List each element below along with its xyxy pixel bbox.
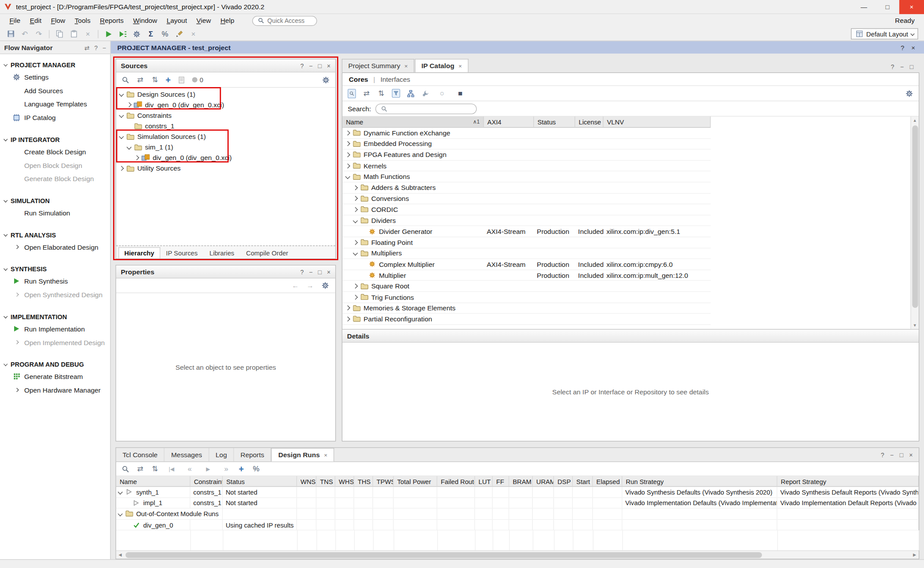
flownav-item-ip-catalog[interactable]: IP Catalog: [0, 111, 110, 124]
panel-close-icon[interactable]: ×: [327, 268, 330, 275]
sources-settings-gear-icon[interactable]: [322, 76, 330, 83]
flownav-item-open-synthesized-design[interactable]: Open Synthesized Design: [0, 288, 110, 302]
flow-section-header-rtl-analysis[interactable]: RTL ANALYSIS: [0, 229, 110, 240]
panel-help-icon[interactable]: ?: [300, 268, 304, 275]
chevron-right-icon[interactable]: [15, 292, 18, 296]
ip-catalog-row-math-functions[interactable]: Math Functions: [342, 171, 711, 182]
column-header-wns[interactable]: WNS: [297, 476, 316, 486]
ip-catalog-row-trig-functions[interactable]: Trig Functions: [342, 292, 711, 303]
ip-catalog-row-conversions[interactable]: Conversions: [342, 193, 711, 204]
panel-close-icon[interactable]: ×: [909, 451, 913, 459]
chevron-down-icon[interactable]: [353, 251, 358, 255]
flownav-item-generate-block-design[interactable]: Generate Block Design: [0, 172, 110, 186]
column-header-tpws[interactable]: TPWS: [373, 476, 394, 486]
chevron-right-icon[interactable]: [345, 152, 350, 157]
step-first-icon[interactable]: |◀: [165, 463, 177, 475]
column-header-elapsed[interactable]: Elapsed: [593, 476, 622, 486]
undo-icon[interactable]: ↶: [19, 28, 31, 40]
search-icon[interactable]: [348, 89, 356, 98]
quick-access-input[interactable]: [268, 17, 315, 24]
panel-float-icon[interactable]: □: [909, 63, 913, 70]
percent-icon[interactable]: %: [250, 463, 262, 475]
scrollbar-thumb[interactable]: [912, 125, 918, 308]
banner-help-icon[interactable]: ?: [901, 44, 904, 51]
chevron-down-icon[interactable]: [118, 489, 123, 494]
column-header-start[interactable]: Start: [573, 476, 593, 486]
chevron-down-icon[interactable]: [119, 92, 124, 97]
edit-pencil-icon[interactable]: [173, 28, 185, 40]
vertical-scrollbar[interactable]: ▲ ▼: [910, 117, 919, 329]
bottom-tab-reports[interactable]: Reports: [234, 448, 271, 462]
column-header-axi4[interactable]: AXI4: [484, 117, 534, 127]
menu-tools[interactable]: Tools: [70, 17, 95, 24]
horizontal-scrollbar[interactable]: ◀ ▶: [116, 550, 919, 559]
ip-catalog-row-complex-multiplier[interactable]: Complex MultiplierAXI4-StreamProductionI…: [342, 259, 711, 270]
scroll-up-icon[interactable]: ▲: [911, 117, 919, 124]
ip-catalog-row-partial-reconfiguration[interactable]: Partial Reconfiguration: [342, 314, 711, 325]
maximize-button[interactable]: □: [876, 0, 899, 14]
tab-close-icon[interactable]: ×: [404, 63, 408, 69]
ip-catalog-row-cordic[interactable]: CORDIC: [342, 204, 711, 215]
hierarchy-icon[interactable]: [407, 90, 415, 97]
column-header-total-power[interactable]: Total Power: [394, 476, 437, 486]
save-icon[interactable]: [5, 28, 17, 40]
add-sources-icon[interactable]: +: [165, 75, 171, 84]
collapse-all-icon[interactable]: ⇄: [136, 76, 144, 84]
edit-file-icon[interactable]: [177, 76, 186, 83]
panel-float-icon[interactable]: □: [899, 451, 903, 459]
panel-minimize-icon[interactable]: −: [890, 451, 894, 459]
design-run-row-div-gen-0[interactable]: div_gen_0Using cached IP results: [116, 520, 919, 531]
menu-file[interactable]: File: [5, 17, 25, 24]
column-header-dsp[interactable]: DSP: [554, 476, 573, 486]
chevron-down-icon[interactable]: [4, 137, 7, 141]
menu-view[interactable]: View: [192, 17, 216, 24]
sources-tree-item-div-gen-0[interactable]: div_gen_0 (div_gen_0.xci): [116, 99, 335, 110]
design-run-row-out-of-context-module-runs[interactable]: Out-of-Context Module Runs: [116, 509, 919, 520]
chevron-down-icon[interactable]: [127, 145, 132, 149]
flow-section-header-program-and-debug[interactable]: PROGRAM AND DEBUG: [0, 358, 110, 369]
quick-access-search[interactable]: [252, 15, 317, 25]
chevron-right-icon[interactable]: [345, 317, 350, 321]
ip-catalog-row-floating-point[interactable]: Floating Point: [342, 237, 711, 248]
ip-catalog-row-embedded-processing[interactable]: Embedded Processing: [342, 138, 711, 149]
chevron-down-icon[interactable]: [4, 266, 7, 270]
column-header-lut[interactable]: LUT: [475, 476, 492, 486]
chevron-right-icon[interactable]: [353, 185, 358, 190]
scroll-down-icon[interactable]: ▼: [911, 321, 919, 329]
panel-close-icon[interactable]: ×: [327, 62, 330, 69]
column-header-bram[interactable]: BRAM: [509, 476, 533, 486]
scroll-left-icon[interactable]: ◀: [116, 551, 125, 558]
copy-icon[interactable]: [54, 28, 66, 40]
flownav-item-open-block-design[interactable]: Open Block Design: [0, 158, 110, 172]
flow-section-header-ip-integrator[interactable]: IP INTEGRATOR: [0, 134, 110, 145]
column-header-status[interactable]: Status: [223, 476, 297, 486]
panel-minimize-icon[interactable]: −: [309, 62, 312, 69]
column-header-name[interactable]: Name: [116, 476, 191, 486]
column-header-ths[interactable]: THS: [354, 476, 373, 486]
menu-edit[interactable]: Edit: [25, 17, 46, 24]
bottom-tab-tcl-console[interactable]: Tcl Console: [116, 448, 165, 462]
menu-help[interactable]: Help: [216, 17, 239, 24]
scroll-right-icon[interactable]: ▶: [910, 551, 919, 558]
collapse-all-icon[interactable]: ⇄: [136, 465, 144, 473]
ip-catalog-row-memories-storage-elements[interactable]: Memories & Storage Elements: [342, 303, 711, 314]
expand-all-icon[interactable]: ⇅: [151, 76, 159, 84]
ip-settings-gear-icon[interactable]: [905, 90, 913, 97]
settings-gear-icon[interactable]: [131, 28, 143, 40]
run-icon[interactable]: [103, 28, 114, 40]
chevron-down-icon[interactable]: [4, 62, 7, 66]
fn-collapse-icon[interactable]: −: [103, 44, 106, 51]
sources-tab-compile-order[interactable]: Compile Order: [240, 247, 294, 258]
column-header-constraints[interactable]: Constraints: [191, 476, 223, 486]
ip-catalog-row-multiplier[interactable]: MultiplierProductionIncludedxilinx.com:i…: [342, 270, 711, 281]
ip-catalog-row-fpga-features-and-design[interactable]: FPGA Features and Design: [342, 149, 711, 160]
sources-tree-item-div-gen-0[interactable]: div_gen_0 (div_gen_0.xci): [116, 153, 335, 163]
bottom-tab-messages[interactable]: Messages: [165, 448, 209, 462]
doc-tab-ip-catalog[interactable]: IP Catalog×: [415, 59, 469, 73]
menu-flow[interactable]: Flow: [46, 17, 70, 24]
view-tab-interfaces[interactable]: Interfaces: [381, 76, 411, 83]
flownav-item-add-sources[interactable]: Add Sources: [0, 84, 110, 97]
chevron-right-icon[interactable]: [353, 284, 358, 288]
percent-icon[interactable]: %: [159, 28, 171, 40]
paste-icon[interactable]: [68, 28, 80, 40]
